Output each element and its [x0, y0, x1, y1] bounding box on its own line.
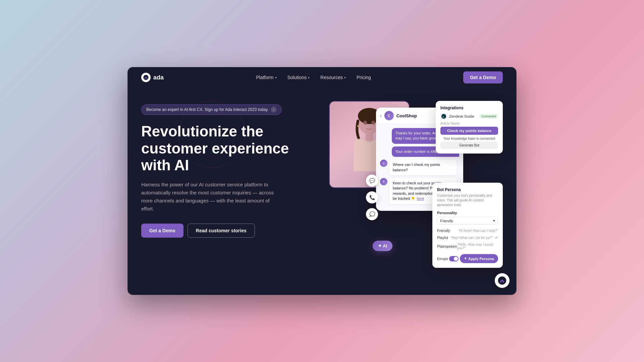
persona-card: Bot Persona Customize your bot's persona…	[432, 183, 503, 268]
resources-chevron: ▾	[344, 76, 346, 79]
announcement-text: Become an expert in AI-first CX. Sign up…	[146, 107, 269, 112]
apply-persona-star-icon: ✦	[464, 256, 467, 261]
dropdown-value: Friendly	[440, 219, 453, 223]
emojis-toggle[interactable]	[449, 256, 459, 261]
nav-resources[interactable]: Resources ▾	[320, 75, 346, 80]
nav-platform[interactable]: Platform ▾	[256, 75, 276, 80]
persona-row-playful: Playful "Hey! What can I do for ya?" ✓	[437, 234, 498, 241]
persona-friendly-name: Friendly	[437, 229, 450, 233]
persona-friendly-example: "Hi there! How can I help?"	[458, 229, 498, 233]
chat-link[interactable]: here	[417, 196, 424, 200]
nav-get-demo-button[interactable]: Get a Demo	[463, 71, 503, 83]
generate-bot-button[interactable]: Generate Bot	[440, 142, 498, 149]
bot-avatar: C	[380, 160, 387, 167]
persona-playful-name: Playful	[437, 236, 448, 240]
logo-icon	[141, 73, 151, 82]
hero-section: Become an expert in AI-first CX. Sign up…	[128, 87, 516, 295]
nav-solutions[interactable]: Solutions ▾	[287, 75, 310, 80]
article-highlight[interactable]: Check my points balance	[440, 127, 498, 135]
hero-subtitle: Harness the power of our AI customer ser…	[141, 181, 282, 213]
get-demo-button[interactable]: Get a Demo	[141, 224, 183, 238]
zendesk-logo: Z	[440, 113, 447, 120]
persona-row-plainspoken: Plainspoken "Hello. How may I assist you…	[437, 241, 498, 251]
platform-chevron: ▾	[275, 76, 277, 79]
svg-point-11	[501, 280, 503, 282]
pill-arrow-icon: ›	[271, 107, 277, 113]
svg-point-7	[357, 125, 359, 127]
browser-window: ada Platform ▾ Solutions ▾ Resources ▾ P…	[127, 67, 517, 295]
announcement-pill[interactable]: Become an expert in AI-first CX. Sign up…	[141, 104, 282, 115]
nav-pricing[interactable]: Pricing	[357, 75, 371, 80]
article-label: Article Name	[440, 122, 498, 125]
ada-chat-bubble[interactable]	[495, 273, 509, 288]
svg-point-1	[145, 77, 147, 78]
integration-name: Zendesk Guide	[449, 114, 474, 118]
persona-bottom-row: Emojis ✦ Apply Persona	[437, 254, 498, 263]
persona-row-friendly: Friendly "Hi there! How can I help?"	[437, 227, 498, 234]
integrations-card: Integrations Z Zendesk Guide Connected A…	[436, 101, 503, 154]
chat-message-3: Where can I check my points balance?	[389, 160, 457, 175]
svg-point-5	[364, 121, 367, 125]
hero-left: Become an expert in AI-first CX. Sign up…	[141, 101, 309, 238]
persona-title: Bot Persona	[437, 187, 498, 192]
apply-persona-button[interactable]: ✦ Apply Persona	[460, 254, 498, 263]
persona-playful-example: "Hey! What can I do for ya?"	[450, 236, 493, 240]
svg-text:Z: Z	[442, 115, 444, 118]
kb-connected-label: Your knowledge base is connected	[440, 137, 498, 140]
solutions-chevron: ▾	[308, 76, 310, 79]
chat-avatar: C	[384, 111, 394, 120]
logo-text: ada	[153, 74, 164, 81]
apply-persona-label: Apply Persona	[468, 257, 494, 261]
messenger-float-icon[interactable]: 💬	[366, 175, 378, 187]
logo[interactable]: ada	[141, 73, 164, 82]
bot-avatar-2: C	[380, 178, 387, 185]
chat-back-button[interactable]: ‹	[380, 113, 382, 118]
ai-badge: ✦ AI	[373, 241, 392, 251]
nav-links: Platform ▾ Solutions ▾ Resources ▾ Prici…	[256, 75, 371, 80]
persona-plainspoken-name: Plainspoken	[437, 244, 457, 248]
personality-dropdown[interactable]: Friendly ▾	[437, 217, 498, 225]
phone-float-icon[interactable]: 📞	[366, 191, 378, 203]
emojis-label: Emojis	[437, 257, 448, 261]
chat-shop-name: CoolShop	[396, 113, 417, 118]
hero-visuals: ‹ C CoolShop 📞 🎥 Thanks for your order, …	[309, 101, 503, 295]
read-stories-button[interactable]: Read customer stories	[187, 224, 255, 238]
dropdown-chevron-icon: ▾	[493, 219, 495, 223]
navbar: ada Platform ▾ Solutions ▾ Resources ▾ P…	[128, 67, 516, 87]
hero-buttons: Get a Demo Read customer stories	[141, 224, 309, 238]
persona-check-icon: ✓	[495, 235, 498, 240]
integration-row: Z Zendesk Guide Connected	[440, 113, 498, 120]
integrations-title: Integrations	[440, 106, 498, 110]
persona-description: Customize your bot's personality and voi…	[437, 193, 498, 207]
chat-bot-row-1: C Where can I check my points balance?	[380, 160, 459, 175]
hero-title: Revolutionize the customer experience wi…	[141, 123, 309, 174]
svg-rect-4	[366, 133, 373, 141]
svg-point-6	[372, 121, 375, 125]
connected-badge: Connected	[479, 114, 498, 119]
persona-plainspoken-example: "Hello. How may I assist you?"	[457, 243, 498, 250]
personality-label: Personality	[437, 211, 498, 215]
chat-float-icon[interactable]: 💭	[366, 208, 378, 220]
